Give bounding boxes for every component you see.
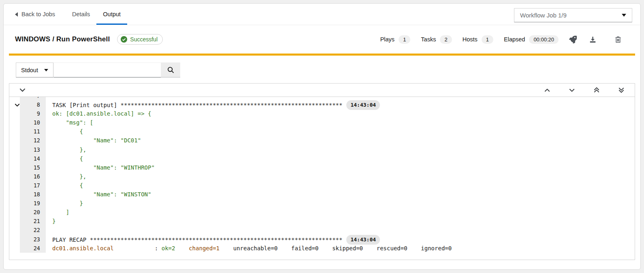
chevron-up-icon <box>544 88 550 92</box>
tab-output[interactable]: Output <box>96 4 127 25</box>
line-segment: } <box>52 199 83 208</box>
console-line: 12 "Name": "DC01" <box>9 136 635 145</box>
line-segment: dc01.ansible.local <box>52 244 114 253</box>
console-nav-buttons <box>544 87 624 93</box>
stdout-filter-select[interactable]: Stdout <box>16 62 53 77</box>
tab-bar: Back to Jobs Details Output Workflow Job… <box>4 4 640 25</box>
scroll-next-button[interactable] <box>569 88 575 92</box>
line-number: 17 <box>20 181 46 190</box>
expand-collapse-all-button[interactable] <box>19 88 26 92</box>
line-segment: }, <box>52 172 86 181</box>
line-toggle-empty <box>9 235 20 245</box>
double-chevron-down-icon <box>618 87 624 93</box>
job-stats: Plays 1 Tasks 2 Hosts 1 Elapsed 00:00:20 <box>380 35 559 44</box>
stat-elapsed-value: 00:00:20 <box>529 35 559 44</box>
line-expand-toggle[interactable] <box>9 100 20 110</box>
tab-details-label: Details <box>72 11 90 17</box>
line-number: 24 <box>20 244 46 253</box>
stat-tasks: Tasks 2 <box>421 35 452 44</box>
console-line: 10 "msg": [ <box>9 118 635 127</box>
line-segment: PLAY RECAP *****************************… <box>52 235 342 244</box>
stdout-filter-value: Stdout <box>21 67 38 73</box>
line-number: 16 <box>20 172 46 181</box>
line-content <box>46 226 635 234</box>
console-output[interactable]: 78TASK [Print output] ******************… <box>9 97 635 260</box>
job-output-panel: Back to Jobs Details Output Workflow Job… <box>3 3 641 270</box>
stat-plays-label: Plays <box>380 36 395 43</box>
search-button[interactable] <box>161 62 180 77</box>
line-number: 23 <box>20 235 46 245</box>
line-content: "Name": "WINTHROP" <box>46 163 635 172</box>
console-line: 19 } <box>9 199 635 208</box>
workflow-job-select[interactable]: Workflow Job 1/9 <box>514 8 632 22</box>
line-toggle-empty <box>9 97 20 100</box>
line-content: TASK [Print output] ********************… <box>46 100 635 110</box>
console-line: 9ok: [dc01.ansible.local] => { <box>9 109 635 118</box>
line-segment: "Name": "WINTHROP" <box>52 163 155 172</box>
workflow-job-select-value: Workflow Job 1/9 <box>520 12 567 19</box>
job-status-bar <box>9 54 635 56</box>
tab-details[interactable]: Details <box>66 4 96 25</box>
search-icon <box>167 67 174 73</box>
chevron-down-icon <box>569 88 575 92</box>
line-toggle-empty <box>9 163 20 172</box>
download-output-button[interactable] <box>589 36 597 43</box>
tab-output-label: Output <box>103 11 121 17</box>
rocket-icon <box>569 36 577 43</box>
console-line: 20 ] <box>9 208 635 217</box>
line-number: 7 <box>20 97 46 100</box>
status-badge: Successful <box>117 34 163 45</box>
scroll-previous-button[interactable] <box>544 88 550 92</box>
stat-tasks-label: Tasks <box>421 36 436 43</box>
console-line: 23PLAY RECAP ***************************… <box>9 235 635 244</box>
line-content: } <box>46 199 635 208</box>
line-segment: unreachable=0 failed=0 skipped=0 rescued… <box>233 244 452 253</box>
relaunch-button[interactable] <box>569 36 577 43</box>
line-toggle-empty <box>9 190 20 199</box>
line-content: PLAY RECAP *****************************… <box>46 235 635 245</box>
line-segment: { <box>52 127 83 136</box>
line-content: ok: [dc01.ansible.local] => { <box>46 109 635 118</box>
scroll-to-bottom-button[interactable] <box>618 87 624 93</box>
line-segment: } <box>52 217 55 226</box>
job-header: WINDOWS / Run PowerShell Successful Play… <box>4 25 640 54</box>
line-segment: "Name": "DC01" <box>52 136 141 145</box>
line-content: }, <box>46 172 635 181</box>
timestamp-badge: 14:43:04 <box>346 235 380 245</box>
page-title: WINDOWS / Run PowerShell <box>15 35 110 43</box>
stat-elapsed-label: Elapsed <box>504 36 525 43</box>
line-number: 10 <box>20 118 46 127</box>
status-badge-label: Successful <box>130 36 158 43</box>
scroll-to-top-button[interactable] <box>594 87 599 93</box>
line-toggle-empty <box>9 226 20 234</box>
line-number: 9 <box>20 109 46 118</box>
line-toggle-empty <box>9 154 20 163</box>
back-to-jobs-link[interactable]: Back to Jobs <box>15 4 55 25</box>
line-content: "Name": "DC01" <box>46 136 635 145</box>
line-content <box>46 97 635 100</box>
stat-hosts-label: Hosts <box>463 36 478 43</box>
line-toggle-empty <box>9 244 20 253</box>
line-segment <box>175 244 189 253</box>
stat-tasks-count: 2 <box>440 35 452 44</box>
line-toggle-empty <box>9 118 20 127</box>
console-line: 21} <box>9 217 635 226</box>
chevron-down-icon <box>44 69 48 71</box>
back-arrow-icon <box>15 12 18 17</box>
console-line: 11 { <box>9 127 635 136</box>
back-to-jobs-label: Back to Jobs <box>21 11 55 17</box>
line-content: { <box>46 181 635 190</box>
console-line: 17 { <box>9 181 635 190</box>
console-line: 16 }, <box>9 172 635 181</box>
chevron-down-icon <box>622 14 626 17</box>
line-number: 12 <box>20 136 46 145</box>
line-segment: TASK [Print output] ********************… <box>52 101 342 110</box>
stat-hosts: Hosts 1 <box>463 35 493 44</box>
delete-job-button[interactable] <box>614 36 622 43</box>
line-segment: ok=2 <box>162 244 175 253</box>
search-input[interactable] <box>53 62 161 77</box>
stdout-console: 78TASK [Print output] ******************… <box>9 83 635 260</box>
line-content: } <box>46 217 635 226</box>
line-toggle-empty <box>9 127 20 136</box>
line-segment: changed=1 <box>189 244 220 253</box>
